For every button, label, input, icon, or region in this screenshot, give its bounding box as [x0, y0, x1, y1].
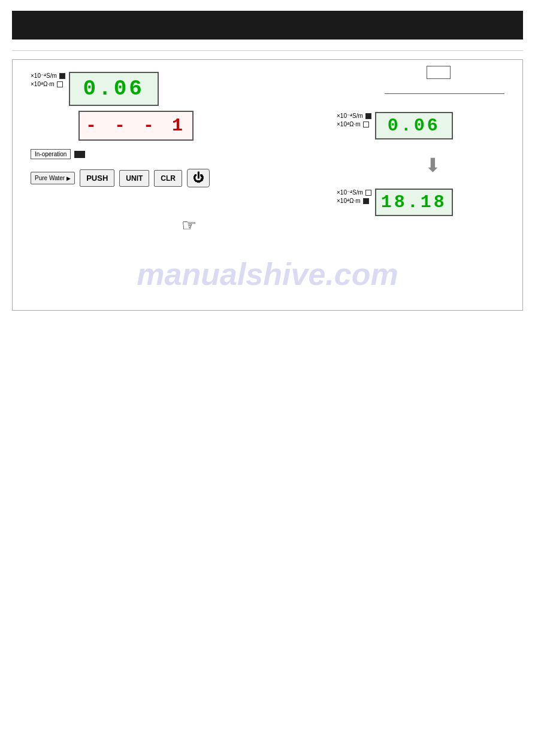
- indicator-filled-1: [59, 73, 65, 79]
- indicator-empty-1: [57, 81, 63, 87]
- right-bot-indicator-empty: [365, 190, 371, 196]
- pure-water-label: Pure Water: [35, 175, 65, 181]
- right-top-unit-labels: ×10⁻⁴S/m ×10⁴Ω·m: [337, 112, 371, 129]
- in-operation-row: In-operation: [31, 149, 216, 159]
- clr-button[interactable]: CLR: [154, 170, 182, 187]
- unit-text-sm-2: ×10⁴Ω·m: [31, 80, 55, 89]
- right-divider: [385, 93, 504, 94]
- right-indicator-filled-1: [365, 113, 371, 119]
- in-operation-indicator: [74, 151, 85, 158]
- right-bot-lcd: 18.18: [375, 189, 453, 216]
- header-bar: [12, 11, 523, 40]
- push-button[interactable]: PUSH: [80, 169, 114, 187]
- unit-label-row-2: ×10⁴Ω·m: [31, 80, 65, 89]
- watermark: manualshive.com: [137, 256, 398, 292]
- pure-water-button[interactable]: Pure Water ▶: [31, 172, 75, 184]
- right-unit-label-row-2: ×10⁴Ω·m: [337, 120, 371, 129]
- right-bot-unit-text-2: ×10⁴Ω·m: [337, 197, 361, 205]
- right-bot-indicator-filled: [363, 198, 369, 204]
- right-bot-unit-text-1: ×10⁻⁴S/m: [337, 189, 363, 197]
- unit-button[interactable]: UNIT: [119, 170, 149, 187]
- arrow-down-area: ⬇: [361, 148, 504, 183]
- right-indicator-empty-1: [363, 122, 369, 127]
- section-divider: [12, 50, 523, 51]
- sub-lcd-display: - - - 1: [78, 111, 194, 141]
- arrow-down-icon: ⬇: [425, 154, 441, 177]
- right-bot-unit-label-row-2: ×10⁴Ω·m: [337, 197, 371, 205]
- unit-text-sm: ×10⁻⁴S/m: [31, 72, 57, 80]
- right-bot-unit-label-row-1: ×10⁻⁴S/m: [337, 189, 371, 197]
- main-lcd-display: 0.06: [69, 72, 159, 106]
- buttons-row: Pure Water ▶ PUSH UNIT CLR ⏻: [31, 169, 216, 187]
- right-unit-text-1: ×10⁻⁴S/m: [337, 112, 363, 120]
- left-panel: ×10⁻⁴S/m ×10⁴Ω·m 0.06 - - - 1 In-operati…: [31, 72, 216, 187]
- right-bot-unit-labels: ×10⁻⁴S/m ×10⁴Ω·m: [337, 189, 371, 205]
- hand-cursor-icon: ☞: [182, 215, 197, 235]
- unit-label-row-1: ×10⁻⁴S/m: [31, 72, 65, 80]
- pure-water-arrow: ▶: [67, 175, 71, 181]
- right-unit-label-row-1: ×10⁻⁴S/m: [337, 112, 371, 120]
- in-operation-label: In-operation: [31, 149, 71, 159]
- diagram-container: ×10⁻⁴S/m ×10⁴Ω·m 0.06 - - - 1 In-operati…: [12, 59, 523, 311]
- right-top-lcd: 0.06: [375, 112, 453, 139]
- main-unit-labels: ×10⁻⁴S/m ×10⁴Ω·m: [31, 72, 65, 89]
- power-button[interactable]: ⏻: [187, 169, 210, 187]
- right-unit-text-2: ×10⁴Ω·m: [337, 120, 361, 129]
- main-display-group: ×10⁻⁴S/m ×10⁴Ω·m 0.06: [31, 72, 216, 106]
- right-panel: ×10⁻⁴S/m ×10⁴Ω·m 0.06 ⬇ ×10⁻⁴S/m: [337, 72, 504, 216]
- right-bot-display-group: ×10⁻⁴S/m ×10⁴Ω·m 18.18: [337, 189, 504, 216]
- right-top-display-group: ×10⁻⁴S/m ×10⁴Ω·m 0.06: [337, 112, 504, 139]
